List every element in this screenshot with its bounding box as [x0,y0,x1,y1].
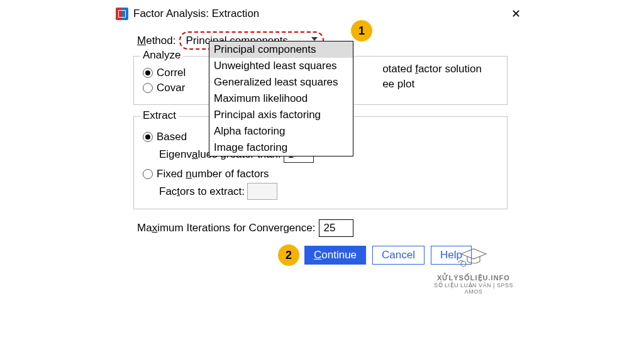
method-option[interactable]: Principal axis factoring [209,107,353,123]
analyze-group-title: Analyze [140,49,183,62]
watermark-tagline: SỐ LIỆU LUẬN VĂN | SPSS AMOS [434,282,513,295]
scree-label: ee plot [382,78,414,90]
continue-button[interactable]: Continue [304,246,366,265]
watermark-brand: XỬLÝSỐLIỆU.INFO [426,274,521,282]
factors-field-label: Factors to extract: [159,185,245,198]
annotation-badge-1: 1 [351,20,372,41]
correlation-label: Correl [157,67,186,79]
covariance-label: Covar [157,82,185,94]
max-iterations-input[interactable] [319,219,353,237]
svg-point-0 [461,261,466,266]
method-option[interactable]: Image factoring [209,140,353,156]
cancel-button[interactable]: Cancel [372,246,425,265]
max-iterations-label: Maximum Iterations for Convergence: [137,222,315,234]
annotation-badge-2: 2 [278,244,299,266]
app-icon [116,8,128,20]
method-option[interactable]: Generalized least squares [209,74,353,90]
method-dropdown[interactable]: Principal components Unweighted least sq… [209,41,353,156]
factors-field-row: Factors to extract: [159,183,498,200]
continue-label: C [314,249,321,261]
radio-selected-icon [143,68,153,78]
method-option[interactable]: Unweighted least squares [209,58,353,74]
method-option[interactable]: Alpha factoring [209,123,353,140]
close-icon[interactable]: ✕ [506,7,526,21]
fixed-number-radio[interactable]: Fixed number of factors [143,168,498,180]
watermark-logo: XỬLÝSỐLIỆU.INFO SỐ LIỆU LUẬN VĂN | SPSS … [426,243,521,295]
extraction-dialog: Factor Analysis: Extraction ✕ Method: Pr… [113,5,528,271]
graduation-icon [455,243,492,272]
titlebar: Factor Analysis: Extraction ✕ [113,5,528,23]
method-label: Method: [137,35,175,47]
fixed-number-label: Fixed number of factors [157,168,269,180]
method-option[interactable]: Maximum likelihood [209,90,353,107]
radio-icon [143,169,153,179]
radio-icon [143,83,153,93]
unrotated-label: otated factor solution [382,63,482,75]
display-column: otated factor solution ee plot [382,62,482,93]
eigenvalue-radio-label: Based [157,131,187,143]
factors-input[interactable] [247,183,277,200]
dialog-title: Factor Analysis: Extraction [133,8,506,20]
max-iterations-row: Maximum Iterations for Convergence: [137,219,526,237]
radio-selected-icon [143,132,153,142]
dialog-body: Method: Principal components 1 Analyze C… [113,23,528,271]
method-option[interactable]: Principal components [209,41,353,58]
extract-group-title: Extract [140,109,179,122]
